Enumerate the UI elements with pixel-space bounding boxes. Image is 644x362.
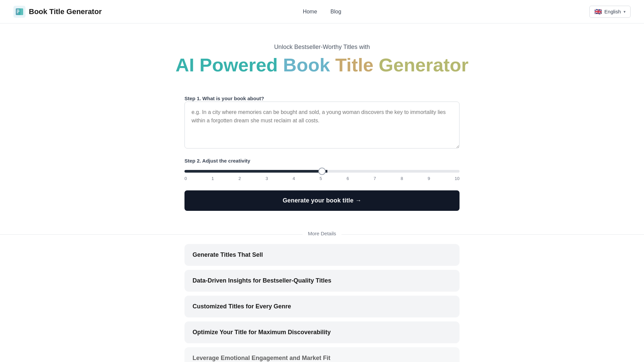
- title-word-powered: Powered: [200, 54, 278, 75]
- hero-subtitle: Unlock Bestseller-Worthy Titles with: [13, 44, 631, 51]
- chevron-down-icon: ▾: [624, 9, 626, 14]
- hero-title: AI Powered Book Title Generator: [13, 55, 631, 75]
- flag-icon: 🇬🇧: [594, 8, 602, 15]
- svg-rect-3: [17, 10, 19, 10]
- language-label: English: [604, 9, 621, 14]
- slider-tick-9: 9: [428, 176, 430, 181]
- details-section: Generate Titles That Sell Data-Driven In…: [171, 244, 473, 362]
- creativity-section: Step 2. Adjust the creativity 0 1 2 3 4 …: [184, 158, 460, 181]
- logo-area: Book Title Generator: [13, 6, 102, 18]
- detail-card-0[interactable]: Generate Titles That Sell: [184, 244, 460, 266]
- more-details-label: More Details: [303, 231, 341, 236]
- title-word-ai: AI: [175, 54, 194, 75]
- title-word-generator: Generator: [379, 54, 469, 75]
- creativity-slider[interactable]: [184, 170, 460, 173]
- slider-tick-0: 0: [184, 176, 187, 181]
- step2-label: Step 2. Adjust the creativity: [184, 158, 250, 164]
- slider-tick-3: 3: [266, 176, 268, 181]
- generate-button[interactable]: Generate your book title →: [184, 190, 460, 211]
- slider-labels: 0 1 2 3 4 5 6 7 8 9 10: [184, 176, 460, 181]
- slider-tick-2: 2: [238, 176, 241, 181]
- slider-tick-5: 5: [320, 176, 322, 181]
- main-nav: Home Blog: [303, 9, 341, 15]
- slider-tick-8: 8: [400, 176, 403, 181]
- svg-rect-2: [18, 8, 23, 15]
- site-title: Book Title Generator: [29, 7, 102, 16]
- detail-card-1[interactable]: Data-Driven Insights for Bestseller-Qual…: [184, 270, 460, 292]
- detail-card-3[interactable]: Optimize Your Title for Maximum Discover…: [184, 321, 460, 343]
- step1-label: Step 1. What is your book about?: [184, 96, 264, 101]
- detail-card-4[interactable]: Leverage Emotional Engagement and Market…: [184, 347, 460, 362]
- slider-container: 0 1 2 3 4 5 6 7 8 9 10: [184, 168, 460, 181]
- slider-tick-7: 7: [374, 176, 376, 181]
- slider-tick-1: 1: [212, 176, 214, 181]
- form-section: Step 1. What is your book about? Step 2.…: [171, 89, 473, 218]
- book-description-input[interactable]: [184, 102, 460, 148]
- title-word-title: Title: [335, 54, 373, 75]
- title-word-book: Book: [283, 54, 330, 75]
- slider-tick-6: 6: [346, 176, 349, 181]
- hero-section: Unlock Bestseller-Worthy Titles with AI …: [0, 23, 644, 89]
- detail-card-2[interactable]: Customized Titles for Every Genre: [184, 296, 460, 317]
- logo-icon: [13, 6, 25, 18]
- slider-tick-4: 4: [292, 176, 295, 181]
- svg-rect-4: [17, 11, 19, 12]
- language-selector[interactable]: 🇬🇧 English ▾: [589, 6, 631, 18]
- nav-blog[interactable]: Blog: [330, 9, 341, 15]
- nav-home[interactable]: Home: [303, 9, 317, 15]
- slider-tick-10: 10: [454, 176, 459, 181]
- svg-rect-5: [17, 12, 18, 13]
- site-header: Book Title Generator Home Blog 🇬🇧 Englis…: [0, 0, 644, 23]
- divider-section: More Details: [0, 234, 644, 241]
